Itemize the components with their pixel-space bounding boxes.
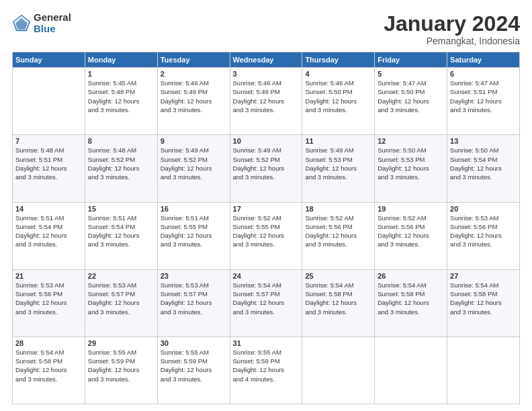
day-info: Sunrise: 5:53 AMSunset: 5:56 PMDaylight:… xyxy=(450,214,517,249)
day-info: Sunrise: 5:47 AMSunset: 5:50 PMDaylight:… xyxy=(378,79,444,114)
col-sunday: Sunday xyxy=(13,52,85,68)
day-number: 21 xyxy=(15,272,82,280)
day-number: 13 xyxy=(450,137,517,145)
day-info: Sunrise: 5:49 AMSunset: 5:52 PMDaylight:… xyxy=(161,146,227,181)
calendar-cell xyxy=(13,68,85,135)
day-number: 31 xyxy=(233,339,300,347)
day-info: Sunrise: 5:49 AMSunset: 5:52 PMDaylight:… xyxy=(233,146,300,181)
calendar-cell: 28Sunrise: 5:54 AMSunset: 5:58 PMDayligh… xyxy=(13,336,85,404)
header-row: Sunday Monday Tuesday Wednesday Thursday… xyxy=(13,52,520,68)
day-info: Sunrise: 5:45 AMSunset: 5:48 PMDaylight:… xyxy=(88,79,154,114)
calendar-table: Sunday Monday Tuesday Wednesday Thursday… xyxy=(12,52,520,404)
day-info: Sunrise: 5:51 AMSunset: 5:54 PMDaylight:… xyxy=(15,214,82,249)
week-row-1: 1Sunrise: 5:45 AMSunset: 5:48 PMDaylight… xyxy=(13,68,520,135)
col-wednesday: Wednesday xyxy=(230,52,302,68)
day-info: Sunrise: 5:46 AMSunset: 5:49 PMDaylight:… xyxy=(161,79,227,114)
page: General Blue January 2024 Pemangkat, Ind… xyxy=(0,0,532,411)
day-info: Sunrise: 5:53 AMSunset: 5:57 PMDaylight:… xyxy=(161,281,227,316)
day-number: 19 xyxy=(378,205,444,213)
day-info: Sunrise: 5:48 AMSunset: 5:52 PMDaylight:… xyxy=(88,146,154,181)
calendar-cell: 29Sunrise: 5:55 AMSunset: 5:59 PMDayligh… xyxy=(85,336,157,404)
day-info: Sunrise: 5:46 AMSunset: 5:50 PMDaylight:… xyxy=(305,79,371,114)
day-number: 14 xyxy=(15,205,82,213)
day-number: 12 xyxy=(378,137,444,145)
calendar-cell: 7Sunrise: 5:48 AMSunset: 5:51 PMDaylight… xyxy=(13,135,85,202)
day-info: Sunrise: 5:52 AMSunset: 5:55 PMDaylight:… xyxy=(233,214,300,249)
calendar-cell xyxy=(375,336,447,404)
col-saturday: Saturday xyxy=(447,52,520,68)
day-info: Sunrise: 5:54 AMSunset: 5:58 PMDaylight:… xyxy=(15,348,82,383)
calendar-cell: 3Sunrise: 5:46 AMSunset: 5:49 PMDaylight… xyxy=(230,68,302,135)
day-info: Sunrise: 5:51 AMSunset: 5:54 PMDaylight:… xyxy=(88,214,154,249)
day-info: Sunrise: 5:51 AMSunset: 5:55 PMDaylight:… xyxy=(161,214,227,249)
day-number: 20 xyxy=(450,205,517,213)
calendar-cell: 17Sunrise: 5:52 AMSunset: 5:55 PMDayligh… xyxy=(230,202,302,269)
day-info: Sunrise: 5:54 AMSunset: 5:58 PMDaylight:… xyxy=(378,281,444,316)
calendar-cell: 9Sunrise: 5:49 AMSunset: 5:52 PMDaylight… xyxy=(157,135,230,202)
week-row-3: 14Sunrise: 5:51 AMSunset: 5:54 PMDayligh… xyxy=(13,202,520,269)
day-number: 17 xyxy=(233,205,300,213)
day-info: Sunrise: 5:54 AMSunset: 5:58 PMDaylight:… xyxy=(305,281,371,316)
day-info: Sunrise: 5:49 AMSunset: 5:53 PMDaylight:… xyxy=(305,146,371,181)
day-info: Sunrise: 5:53 AMSunset: 5:57 PMDaylight:… xyxy=(88,281,154,316)
day-number: 29 xyxy=(88,339,154,347)
day-info: Sunrise: 5:48 AMSunset: 5:51 PMDaylight:… xyxy=(15,146,82,181)
day-info: Sunrise: 5:52 AMSunset: 5:56 PMDaylight:… xyxy=(305,214,371,249)
day-number: 23 xyxy=(161,272,227,280)
main-title: January 2024 xyxy=(384,12,520,36)
day-number: 25 xyxy=(305,272,371,280)
calendar-cell: 1Sunrise: 5:45 AMSunset: 5:48 PMDaylight… xyxy=(85,68,157,135)
logo-text: General Blue xyxy=(34,12,71,34)
calendar-cell: 6Sunrise: 5:47 AMSunset: 5:51 PMDaylight… xyxy=(447,68,520,135)
day-number: 9 xyxy=(161,137,227,145)
subtitle: Pemangkat, Indonesia xyxy=(384,36,520,46)
day-number: 15 xyxy=(88,205,154,213)
title-block: January 2024 Pemangkat, Indonesia xyxy=(384,12,520,46)
calendar-cell: 13Sunrise: 5:50 AMSunset: 5:54 PMDayligh… xyxy=(447,135,520,202)
calendar-cell: 19Sunrise: 5:52 AMSunset: 5:56 PMDayligh… xyxy=(375,202,447,269)
calendar-cell: 20Sunrise: 5:53 AMSunset: 5:56 PMDayligh… xyxy=(447,202,520,269)
day-info: Sunrise: 5:53 AMSunset: 5:56 PMDaylight:… xyxy=(15,281,82,316)
calendar-cell: 22Sunrise: 5:53 AMSunset: 5:57 PMDayligh… xyxy=(85,269,157,336)
calendar-cell: 4Sunrise: 5:46 AMSunset: 5:50 PMDaylight… xyxy=(302,68,375,135)
calendar-cell xyxy=(302,336,375,404)
col-monday: Monday xyxy=(85,52,157,68)
calendar-cell: 24Sunrise: 5:54 AMSunset: 5:57 PMDayligh… xyxy=(230,269,302,336)
day-number: 18 xyxy=(305,205,371,213)
week-row-5: 28Sunrise: 5:54 AMSunset: 5:58 PMDayligh… xyxy=(13,336,520,404)
logo-icon xyxy=(12,14,31,33)
day-number: 1 xyxy=(88,70,154,78)
calendar-cell: 15Sunrise: 5:51 AMSunset: 5:54 PMDayligh… xyxy=(85,202,157,269)
calendar-cell: 23Sunrise: 5:53 AMSunset: 5:57 PMDayligh… xyxy=(157,269,230,336)
calendar-cell: 12Sunrise: 5:50 AMSunset: 5:53 PMDayligh… xyxy=(375,135,447,202)
calendar-cell: 25Sunrise: 5:54 AMSunset: 5:58 PMDayligh… xyxy=(302,269,375,336)
header: General Blue January 2024 Pemangkat, Ind… xyxy=(12,12,520,46)
calendar-cell: 11Sunrise: 5:49 AMSunset: 5:53 PMDayligh… xyxy=(302,135,375,202)
calendar-cell xyxy=(447,336,520,404)
day-info: Sunrise: 5:52 AMSunset: 5:56 PMDaylight:… xyxy=(378,214,444,249)
day-number: 7 xyxy=(15,137,82,145)
calendar-cell: 31Sunrise: 5:55 AMSunset: 5:59 PMDayligh… xyxy=(230,336,302,404)
day-info: Sunrise: 5:50 AMSunset: 5:53 PMDaylight:… xyxy=(378,146,444,181)
day-info: Sunrise: 5:55 AMSunset: 5:59 PMDaylight:… xyxy=(161,348,227,383)
day-info: Sunrise: 5:46 AMSunset: 5:49 PMDaylight:… xyxy=(233,79,300,114)
logo: General Blue xyxy=(12,12,71,34)
day-number: 4 xyxy=(305,70,371,78)
day-number: 24 xyxy=(233,272,300,280)
day-number: 6 xyxy=(450,70,517,78)
day-number: 3 xyxy=(233,70,300,78)
calendar-cell: 26Sunrise: 5:54 AMSunset: 5:58 PMDayligh… xyxy=(375,269,447,336)
day-number: 28 xyxy=(15,339,82,347)
calendar-cell: 16Sunrise: 5:51 AMSunset: 5:55 PMDayligh… xyxy=(157,202,230,269)
calendar-cell: 2Sunrise: 5:46 AMSunset: 5:49 PMDaylight… xyxy=(157,68,230,135)
day-number: 16 xyxy=(161,205,227,213)
day-number: 22 xyxy=(88,272,154,280)
logo-general-text: General xyxy=(34,12,71,24)
calendar-cell: 18Sunrise: 5:52 AMSunset: 5:56 PMDayligh… xyxy=(302,202,375,269)
calendar-cell: 30Sunrise: 5:55 AMSunset: 5:59 PMDayligh… xyxy=(157,336,230,404)
col-thursday: Thursday xyxy=(302,52,375,68)
day-info: Sunrise: 5:54 AMSunset: 5:57 PMDaylight:… xyxy=(233,281,300,316)
col-tuesday: Tuesday xyxy=(157,52,230,68)
day-number: 10 xyxy=(233,137,300,145)
calendar-cell: 27Sunrise: 5:54 AMSunset: 5:58 PMDayligh… xyxy=(447,269,520,336)
